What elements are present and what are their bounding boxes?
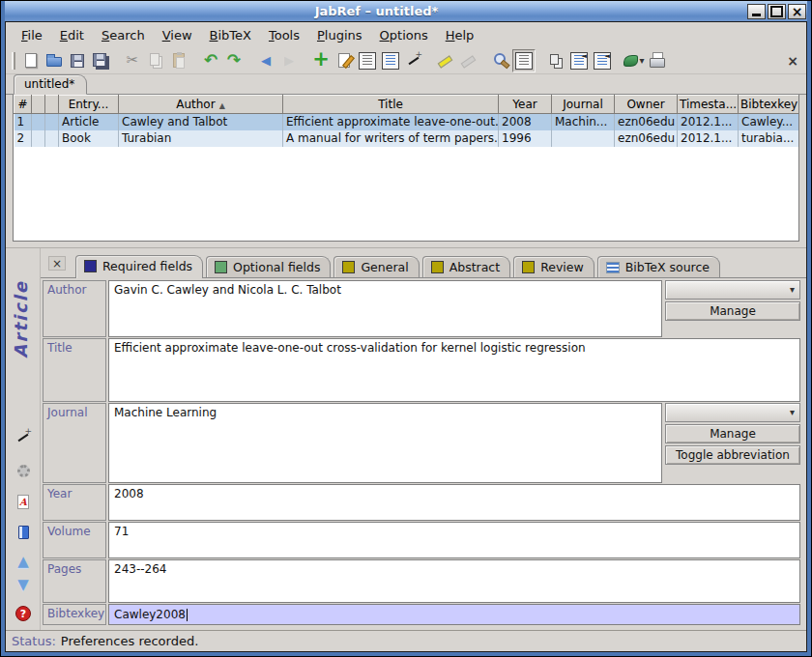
save-database-icon[interactable] (66, 49, 89, 72)
title-field-input[interactable]: Efficient approximate leave-one-out cros… (108, 338, 800, 402)
entry-table-panel: # Entry... Author▲ Title Year Journal Ow… (13, 95, 799, 242)
status-label: Status: (12, 634, 56, 648)
edit-preamble-icon[interactable] (356, 49, 379, 72)
close-pane-icon[interactable]: × (781, 49, 804, 72)
forward-icon[interactable]: ▶ (277, 49, 301, 72)
minimize-icon[interactable] (747, 4, 766, 19)
next-entry-icon[interactable]: ▼ (14, 575, 33, 594)
entry-editor-tabs: × Required fields Optional fields Genera… (41, 248, 806, 278)
journal-word-combobox[interactable]: ▾ (665, 403, 800, 422)
title-field-label: Title (43, 338, 106, 402)
tab-bibtex-source[interactable]: BibTeX source (597, 256, 720, 277)
journal-field-input[interactable]: Machine Learning (108, 403, 662, 483)
review-icon (522, 261, 535, 273)
help-icon[interactable]: ? (14, 604, 33, 623)
column-header-author[interactable]: Author▲ (119, 96, 283, 114)
back-icon[interactable]: ◀ (254, 49, 277, 72)
unmark-entries-icon[interactable] (457, 49, 480, 72)
tab-optional-fields[interactable]: Optional fields (206, 256, 331, 277)
save-all-icon[interactable] (89, 49, 112, 72)
volume-field-input[interactable]: 71 (108, 522, 800, 558)
new-database-icon[interactable] (19, 49, 43, 72)
column-header-title[interactable]: Title (283, 96, 499, 114)
previous-entry-icon[interactable]: ▲ (14, 552, 33, 571)
tab-review[interactable]: Review (513, 256, 594, 277)
entry-editor: Article A ▲ ▼ ? × Required fields (6, 247, 806, 630)
generate-bibtexkey-wand-icon[interactable] (14, 428, 33, 447)
tab-abstract[interactable]: Abstract (422, 256, 510, 277)
redo-icon[interactable]: ↷ (222, 49, 246, 72)
manage-button[interactable]: Manage (665, 424, 800, 443)
tab-general[interactable]: General (334, 256, 419, 277)
column-header-entrytype[interactable]: Entry... (59, 96, 119, 114)
menu-options[interactable]: Options (372, 25, 436, 45)
menu-edit[interactable]: Edit (52, 25, 92, 45)
bibtexkey-field-input[interactable]: Cawley2008 (108, 604, 800, 625)
edit-strings-icon[interactable] (379, 49, 402, 72)
menu-bibtex[interactable]: BibTeX (202, 25, 259, 45)
column-header-num[interactable]: # (14, 96, 32, 114)
paste-icon[interactable] (167, 49, 190, 72)
chevron-down-icon: ▾ (790, 408, 795, 417)
menu-file[interactable]: File (14, 25, 50, 45)
copy-citation-icon[interactable] (544, 49, 567, 72)
menu-tools[interactable]: Tools (261, 25, 307, 45)
search-icon[interactable] (489, 49, 512, 72)
sort-ascending-icon: ▲ (219, 101, 225, 110)
tab-untitled[interactable]: untitled* (14, 74, 87, 95)
titlebar[interactable]: JabRef – untitled* × (5, 1, 807, 21)
column-header-journal[interactable]: Journal (552, 96, 615, 114)
push-to-openoffice-icon[interactable]: ▾ (623, 49, 646, 72)
column-header-bibtexkey[interactable]: Bibtexkey (739, 96, 799, 114)
entry-table: # Entry... Author▲ Title Year Journal Ow… (14, 95, 799, 147)
window-controls: × (747, 4, 806, 19)
table-row[interactable]: 1 Article Cawley and Talbot Efficient ap… (14, 114, 799, 130)
push-to-winedt-icon[interactable] (591, 49, 614, 72)
push-to-lyx-icon[interactable] (567, 49, 591, 72)
menu-plugins[interactable]: Plugins (309, 25, 370, 45)
menu-help[interactable]: Help (438, 25, 482, 45)
manage-button[interactable]: Manage (665, 301, 800, 321)
author-word-combobox[interactable]: ▾ (665, 280, 800, 300)
open-url-book-icon[interactable] (14, 523, 33, 542)
menu-view[interactable]: View (155, 25, 200, 45)
pages-field-label: Pages (43, 559, 106, 603)
edit-entry-icon[interactable] (333, 49, 356, 72)
close-entry-editor-icon[interactable]: × (48, 256, 66, 271)
autoset-gear-icon[interactable] (14, 461, 33, 480)
cleanup-wand-icon[interactable] (402, 49, 425, 72)
column-header-icon2[interactable] (45, 96, 59, 114)
column-header-owner[interactable]: Owner (615, 96, 678, 114)
toggle-preview-icon[interactable] (512, 49, 536, 72)
database-tab-bar: untitled* (6, 74, 806, 95)
jabref-window: JabRef – untitled* × File Edit Search Vi… (0, 0, 812, 657)
maximize-icon[interactable] (768, 4, 786, 19)
table-row[interactable]: 2 Book Turabian A manual for writers of … (14, 130, 799, 147)
mark-entries-icon[interactable] (434, 49, 457, 72)
toggle-abbreviation-button[interactable]: Toggle abbreviation (665, 445, 800, 465)
cut-icon[interactable]: ✂ (121, 49, 144, 72)
tab-required-fields[interactable]: Required fields (75, 255, 203, 278)
close-icon[interactable]: × (788, 4, 806, 19)
author-field-input[interactable]: Gavin C. Cawley and Nicola L. C. Talbot (108, 280, 662, 337)
window-content: File Edit Search View BibTeX Tools Plugi… (5, 21, 807, 652)
copy-icon[interactable] (144, 49, 167, 72)
open-pdf-icon[interactable]: A (14, 492, 33, 511)
entry-editor-main: × Required fields Optional fields Genera… (41, 248, 806, 630)
general-icon (342, 261, 355, 273)
column-header-year[interactable]: Year (499, 96, 552, 114)
undo-icon[interactable]: ↶ (199, 49, 222, 72)
push-to-application-icon[interactable] (646, 49, 669, 72)
pages-field-input[interactable]: 243--264 (108, 559, 800, 603)
column-header-timestamp[interactable]: Timesta... (678, 96, 739, 114)
author-field-label: Author (43, 280, 106, 337)
year-field-input[interactable]: 2008 (108, 484, 800, 521)
menu-search[interactable]: Search (94, 25, 153, 45)
new-entry-icon[interactable]: + (309, 49, 333, 72)
openoffice-dropdown-icon: ▾ (639, 56, 644, 66)
column-header-icon1[interactable] (32, 96, 45, 114)
menu-bar: File Edit Search View BibTeX Tools Plugi… (6, 22, 806, 47)
toolbar-handle[interactable] (12, 52, 15, 70)
entry-type-label[interactable]: Article (11, 280, 31, 358)
open-database-icon[interactable] (43, 49, 66, 72)
